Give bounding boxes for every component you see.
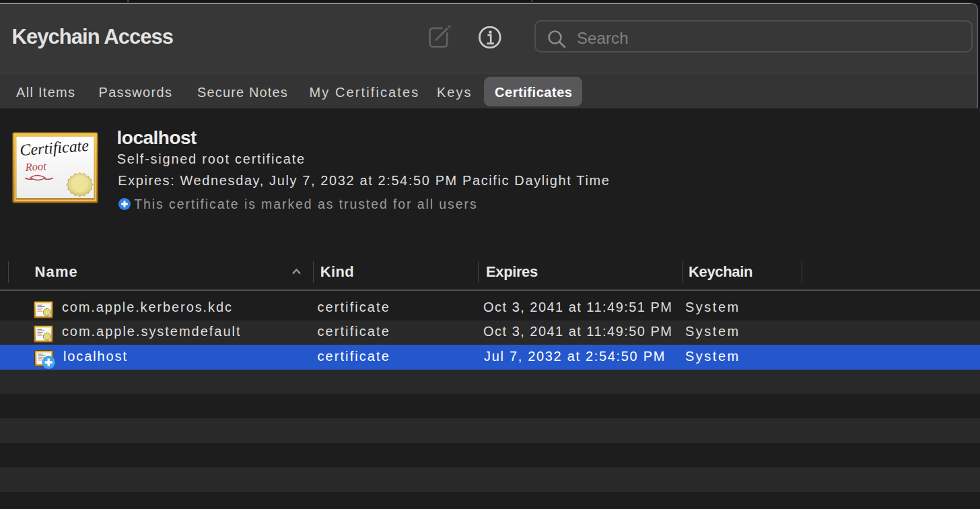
svg-text:Root: Root xyxy=(24,160,47,174)
